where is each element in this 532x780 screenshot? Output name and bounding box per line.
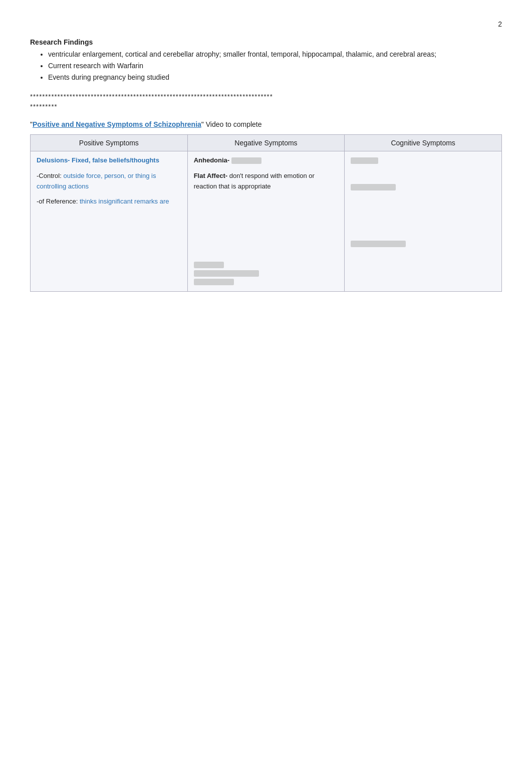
cognitive-symptoms-cell: [345, 151, 502, 292]
reference-label: -of Reference:: [37, 198, 80, 205]
control-row: -Control: outside force, person, or thin…: [37, 171, 181, 192]
positive-symptoms-cell: Delusions- Fixed, false beliefs/thoughts…: [31, 151, 188, 292]
delusions-row: Delusions- Fixed, false beliefs/thoughts: [37, 155, 181, 166]
anhedonia-blurred: [231, 157, 261, 164]
video-section: "Positive and Negative Symptoms of Schiz…: [30, 120, 502, 128]
video-label: " Video to complete: [201, 120, 262, 128]
bullet-1: ventricular enlargement, cortical and ce…: [48, 49, 502, 60]
header-negative: Negative Symptoms: [187, 135, 345, 151]
section-title: Research Findings: [30, 38, 502, 46]
neg-blur-3: [194, 262, 224, 268]
bullet-2: Current research with Warfarin: [48, 61, 502, 71]
cog-blur-2: [351, 184, 396, 190]
video-link[interactable]: Positive and Negative Symptoms of Schizo…: [33, 120, 201, 128]
neg-blur-5: [194, 279, 234, 285]
page-number: 2: [30, 20, 502, 28]
delusions-desc: Fixed, false beliefs/thoughts: [70, 156, 159, 164]
neg-blurred-rows: [194, 262, 339, 285]
flat-affect-label: Flat Affect-: [194, 172, 227, 179]
flat-affect-row: Flat Affect- don't respond with emotion …: [194, 171, 339, 192]
research-bullets: ventricular enlargement, cortical and ce…: [48, 49, 502, 83]
delusions-label: Delusions-: [37, 156, 70, 164]
header-cognitive: Cognitive Symptoms: [345, 135, 502, 151]
cog-blur-3: [351, 241, 406, 247]
anhedonia-row: Anhedonia-: [194, 155, 339, 166]
anhedonia-label: Anhedonia-: [194, 156, 230, 164]
reference-desc: thinks insignificant remarks are: [80, 198, 169, 205]
reference-row: -of Reference: thinks insignificant rema…: [37, 197, 181, 207]
divider: ****************************************…: [30, 92, 502, 111]
neg-blur-4: [194, 270, 259, 277]
control-label: -Control:: [37, 172, 63, 179]
symptoms-table: Positive Symptoms Negative Symptoms Cogn…: [30, 134, 502, 292]
cog-blur-1: [351, 157, 378, 164]
bullet-3: Events during pregnancy being studied: [48, 72, 502, 83]
research-findings-section: Research Findings ventricular enlargemen…: [30, 38, 502, 83]
negative-symptoms-cell: Anhedonia- Flat Affect- don't respond wi…: [187, 151, 345, 292]
header-positive: Positive Symptoms: [31, 135, 188, 151]
